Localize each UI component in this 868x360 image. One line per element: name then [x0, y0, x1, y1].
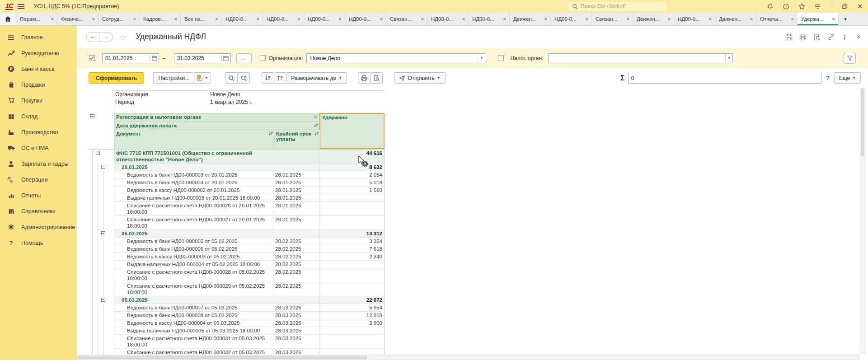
minimize-button[interactable]: – [830, 4, 833, 9]
expand-groups-icon[interactable] [262, 72, 274, 84]
report-document-row[interactable]: Списание с расчетного счета НД00-000031 … [88, 335, 385, 349]
history-icon[interactable] [782, 3, 789, 10]
add-to-favorites-star-icon[interactable]: ☆ [119, 32, 127, 42]
window-tab[interactable]: Связан...× [386, 13, 427, 25]
window-tab[interactable]: Движен...× [633, 13, 674, 25]
chevron-down-icon[interactable]: ▼ [725, 54, 732, 63]
chevron-down-icon[interactable]: ▼ [478, 54, 485, 63]
sidebar-item-dtkt[interactable]: ДтКтОперации [0, 172, 77, 187]
period-to-input[interactable] [174, 55, 221, 61]
withheld-amount-cell[interactable] [319, 261, 385, 268]
deadline-cell[interactable]: 28.01.2025 [273, 202, 319, 216]
withhold-date-cell[interactable]: 20.01.2025 [114, 164, 319, 171]
report-document-row[interactable]: Выдача наличных НД00-000003 от 20.01.202… [88, 194, 385, 202]
document-cell[interactable]: Ведомость в банк НД00-000007 от 05.03.20… [114, 304, 273, 312]
restore-button[interactable] [841, 3, 849, 10]
withheld-amount-cell[interactable] [319, 216, 385, 230]
document-cell[interactable]: Ведомость в кассу НД00-000002 от 20.01.2… [114, 187, 273, 194]
window-tab[interactable]: Все на...× [181, 13, 222, 25]
window-tab[interactable]: НД00-0...× [345, 13, 386, 25]
report-variant-button[interactable]: ▼ [194, 72, 211, 84]
calendar-icon[interactable] [221, 56, 230, 61]
withheld-amount-cell[interactable]: 2 340 [319, 253, 385, 261]
deadline-cell[interactable]: 28.03.2025 [273, 327, 319, 335]
tab-close-icon[interactable]: × [502, 16, 507, 22]
window-tab[interactable]: Кадров...× [140, 13, 181, 25]
window-tab[interactable]: Движен...× [715, 13, 756, 25]
window-tab[interactable]: НД00-0...× [304, 13, 345, 25]
main-menu-icon[interactable] [18, 4, 24, 9]
sidebar-item-warehouse[interactable]: Склад [0, 108, 77, 124]
tab-close-icon[interactable]: × [708, 16, 713, 22]
document-cell[interactable]: Ведомость в банк НД00-000006 от 05.02.20… [114, 245, 273, 253]
document-cell[interactable]: Списание с расчетного счета НД00-000026 … [114, 202, 273, 216]
close-tab-icon[interactable]: ✕ [855, 33, 863, 41]
window-tab[interactable]: Движен...× [510, 13, 551, 25]
group-expander[interactable] [101, 165, 105, 169]
tab-close-icon[interactable]: × [461, 16, 466, 22]
back-button[interactable]: ← [86, 32, 99, 42]
tab-close-icon[interactable]: × [256, 16, 260, 22]
deadline-cell[interactable]: 28.01.2025 [273, 179, 319, 187]
window-tab[interactable]: Удержа...× [798, 13, 839, 25]
report-date-group-row[interactable]: 05.02.202513 312 [88, 230, 385, 238]
find-icon[interactable] [225, 72, 238, 84]
deadline-cell[interactable]: 28.03.2025 [273, 304, 319, 312]
tab-close-icon[interactable]: × [91, 16, 96, 22]
tab-close-icon[interactable]: × [831, 16, 836, 22]
withhold-date-cell[interactable]: 05.02.2025 [114, 230, 319, 238]
sidebar-item-trend[interactable]: Руководителю [0, 45, 77, 61]
report-document-row[interactable]: Списание с расчетного счета НД00-000029 … [88, 282, 385, 296]
report-document-row[interactable]: Списание с расчетного счета НД00-000026 … [88, 202, 385, 216]
notifications-bell-icon[interactable] [766, 3, 774, 10]
deadline-cell[interactable]: 28.02.2025 [273, 245, 319, 253]
withheld-amount-cell[interactable] [319, 202, 385, 216]
tab-close-icon[interactable]: × [667, 16, 671, 22]
favorites-star-icon[interactable] [798, 3, 805, 10]
column-header-withhold-date[interactable]: Дата удержания налога [114, 122, 319, 130]
registration-cell[interactable]: ФНС 7715 КПП 771501001 (Общество с огран… [114, 150, 319, 164]
document-cell[interactable]: Ведомость в банк НД00-000004 от 20.01.20… [114, 179, 273, 187]
collapse-groups-icon[interactable] [274, 72, 286, 84]
withheld-amount-cell[interactable]: 13 312 [319, 230, 385, 238]
collapse-all-expander[interactable] [90, 114, 94, 118]
autosum-input[interactable] [628, 73, 821, 84]
window-tab[interactable]: НД00-0...× [551, 13, 592, 25]
window-tab[interactable]: Отчеты...× [756, 13, 798, 25]
window-tab[interactable]: Связан...× [592, 13, 633, 25]
document-cell[interactable]: Ведомость в банк НД00-000008 от 05.03.20… [114, 312, 273, 319]
report-document-row[interactable]: Ведомость в банк НД00-000004 от 20.01.20… [88, 179, 385, 187]
tab-close-icon[interactable]: × [790, 16, 795, 22]
withheld-amount-cell[interactable]: 2 054 [319, 171, 385, 179]
save-icon[interactable] [785, 33, 793, 41]
report-date-group-row[interactable]: 05.03.202522 672 [88, 296, 385, 304]
generate-report-button[interactable]: Сформировать [89, 72, 144, 84]
report-document-row[interactable]: Ведомость в банк НД00-000005 от 05.02.20… [88, 238, 385, 245]
window-tab[interactable]: НД00-0...× [263, 13, 304, 25]
withheld-amount-cell[interactable] [319, 282, 385, 296]
withheld-amount-cell[interactable]: 1 560 [319, 187, 385, 194]
window-tab[interactable]: НД00-0...× [427, 13, 469, 25]
deadline-cell[interactable]: 28.01.2025 [273, 171, 319, 179]
sort-icon[interactable] [268, 131, 273, 137]
tab-close-icon[interactable]: × [585, 16, 589, 22]
expand-to-button[interactable]: Разворачивать до▼ [286, 72, 347, 84]
report-total-group-row[interactable]: ФНС 7715 КПП 771501001 (Общество с огран… [88, 150, 385, 164]
report-document-row[interactable]: Ведомость в банк НД00-000008 от 05.03.20… [88, 312, 385, 319]
document-cell[interactable]: Списание с расчетного счета НД00-000029 … [114, 282, 273, 296]
tab-close-icon[interactable]: × [215, 16, 219, 22]
sidebar-item-person[interactable]: Зарплата и кадры [0, 156, 77, 172]
find-next-icon[interactable] [237, 72, 250, 84]
deadline-cell[interactable]: 28.01.2025 [273, 187, 319, 194]
window-tab[interactable]: НД00-0...× [674, 13, 715, 25]
more-actions-button[interactable]: Еще▼ [834, 72, 861, 84]
deadline-cell[interactable]: 28.03.2025 [273, 319, 319, 327]
window-tab[interactable]: Сотруд...× [99, 13, 140, 25]
sidebar-item-cart[interactable]: Покупки [0, 93, 77, 108]
close-window-button[interactable]: ✕ [857, 3, 863, 9]
tab-close-icon[interactable]: × [379, 16, 384, 22]
tab-close-icon[interactable]: × [544, 16, 548, 22]
report-document-row[interactable]: Ведомость в кассу НД00-000003 от 05.02.2… [88, 253, 385, 261]
window-tab[interactable]: НД00-0...× [222, 13, 263, 25]
filter-settings-button[interactable] [844, 53, 856, 64]
